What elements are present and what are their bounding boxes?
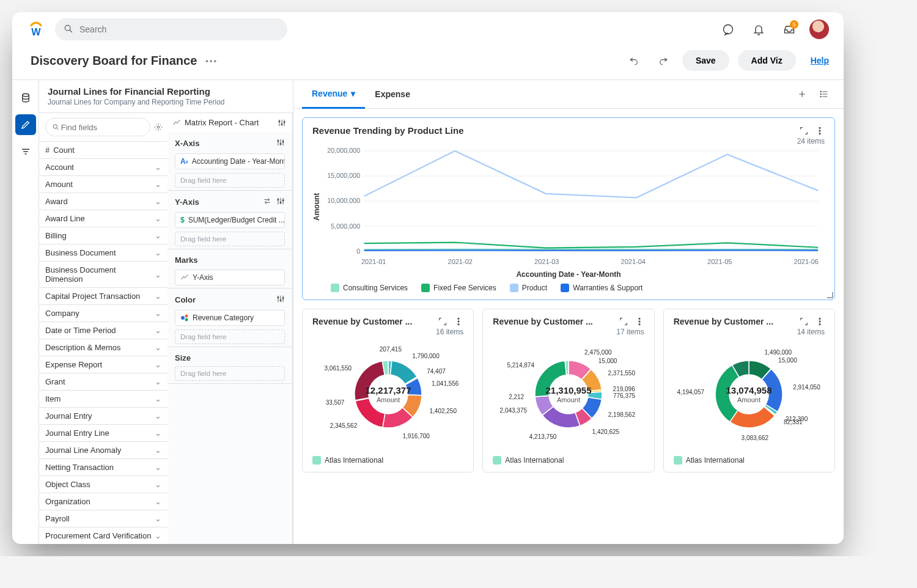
yaxis-chip[interactable]: $SUM(Ledger/Budget Credit ... — [175, 212, 285, 228]
legend-item[interactable]: Atlas International — [674, 456, 825, 465]
viz-settings-icon[interactable] — [278, 119, 286, 127]
list-icon[interactable] — [813, 89, 835, 99]
search-input[interactable] — [78, 24, 279, 35]
legend-item[interactable]: Consulting Services — [331, 284, 408, 292]
expand-icon[interactable] — [619, 317, 628, 326]
card-revenue-trending[interactable]: Revenue Trending by Product Line 24 item… — [302, 117, 835, 300]
donut-chart: 2,475,00015,0002,371,550219,096776,3752,… — [493, 336, 644, 452]
yaxis-drop[interactable]: Drag field here — [175, 232, 285, 246]
field-item[interactable]: Account⌄ — [39, 159, 168, 176]
expand-icon[interactable] — [799, 317, 809, 326]
help-link[interactable]: Help — [811, 56, 829, 65]
field-item[interactable]: Award⌄ — [39, 193, 168, 210]
field-item[interactable]: Award Line⌄ — [39, 210, 168, 227]
inbox-icon[interactable]: 5 — [779, 19, 800, 40]
more-icon[interactable]: ••• — [205, 56, 218, 65]
chevron-down-icon: ⌄ — [155, 377, 161, 386]
svg-text:15,000,000: 15,000,000 — [327, 172, 360, 179]
field-item[interactable]: Procurement Card Verification⌄ — [39, 527, 168, 544]
xaxis-settings-icon[interactable] — [276, 138, 285, 149]
legend-item[interactable]: Atlas International — [312, 456, 463, 465]
yaxis-swap-icon[interactable] — [263, 197, 271, 207]
xaxis-chip[interactable]: AzAccounting Date - Year-Month — [175, 153, 285, 169]
card-menu-icon[interactable] — [635, 317, 644, 326]
field-item[interactable]: Description & Memos⌄ — [39, 339, 168, 356]
avatar[interactable] — [809, 20, 829, 39]
svg-point-22 — [282, 141, 284, 142]
expand-icon[interactable] — [799, 126, 809, 136]
field-item[interactable]: Journal Entry Line⌄ — [39, 425, 168, 442]
svg-text:1,790,000: 1,790,000 — [412, 353, 440, 359]
field-label: Award Line — [45, 214, 85, 223]
size-drop[interactable]: Drag field here — [175, 366, 285, 381]
svg-point-8 — [53, 125, 57, 128]
find-fields[interactable] — [45, 118, 150, 136]
svg-text:82,331: 82,331 — [784, 419, 803, 425]
yaxis-settings-icon[interactable] — [276, 197, 285, 207]
datasource-title: Journal Lines for Financial Reporting — [48, 86, 284, 97]
marks-chip[interactable]: Y-Axis — [175, 270, 285, 285]
field-item[interactable]: Business Document⌄ — [39, 244, 168, 262]
svg-text:Amount: Amount — [377, 396, 400, 403]
expand-icon[interactable] — [438, 317, 447, 326]
redo-icon[interactable] — [653, 50, 674, 71]
field-item[interactable]: Capital Project Transaction⌄ — [39, 288, 168, 305]
svg-point-45 — [820, 96, 821, 97]
find-fields-input[interactable] — [60, 122, 144, 133]
fields-settings-icon[interactable] — [154, 123, 163, 131]
field-item[interactable]: Amount⌄ — [39, 176, 168, 193]
undo-icon[interactable] — [624, 50, 644, 71]
save-button[interactable]: Save — [682, 50, 729, 71]
tab-revenue[interactable]: Revenue ▾ — [302, 80, 365, 109]
svg-text:74,407: 74,407 — [427, 368, 446, 375]
field-item[interactable]: Item⌄ — [39, 391, 168, 408]
inbox-badge: 5 — [790, 20, 798, 29]
viz-type-selector[interactable]: Matrix Report - Chart — [172, 118, 259, 127]
svg-text:21,310,955: 21,310,955 — [545, 385, 591, 395]
card-menu-icon[interactable] — [815, 317, 825, 326]
field-item[interactable]: Netting Transaction⌄ — [39, 459, 168, 476]
card-revenue-by-customer[interactable]: Revenue by Customer ...14 items1,490,000… — [663, 309, 835, 472]
legend-item[interactable]: Fixed Fee Services — [421, 284, 496, 292]
svg-point-20 — [278, 141, 279, 142]
card-revenue-by-customer[interactable]: Revenue by Customer ...16 items207,4151,… — [302, 309, 474, 472]
global-search[interactable] — [55, 18, 287, 40]
add-viz-button[interactable]: Add Viz — [738, 50, 796, 71]
notifications-icon[interactable] — [748, 19, 769, 40]
color-settings-icon[interactable] — [276, 295, 285, 305]
rail-filter-icon[interactable] — [15, 141, 36, 162]
color-drop[interactable]: Drag field here — [175, 329, 285, 344]
field-item[interactable]: Organization⌄ — [39, 493, 168, 510]
rail-data-icon[interactable] — [15, 87, 36, 108]
svg-point-43 — [820, 91, 821, 92]
chevron-down-icon: ⌄ — [155, 463, 161, 472]
add-tab-icon[interactable] — [791, 89, 813, 99]
card-menu-icon[interactable] — [815, 126, 825, 136]
field-item[interactable]: Journal Line Anomaly⌄ — [39, 442, 168, 459]
field-item[interactable]: Grant⌄ — [39, 373, 168, 391]
card-revenue-by-customer[interactable]: Revenue by Customer ...17 items2,475,000… — [482, 309, 654, 472]
field-item[interactable]: Billing⌄ — [39, 227, 168, 244]
field-count[interactable]: # Count — [39, 142, 168, 159]
field-item[interactable]: Journal Entry⌄ — [39, 408, 168, 425]
field-item[interactable]: Object Class⌄ — [39, 476, 168, 493]
color-chip[interactable]: Revenue Category — [175, 310, 285, 326]
field-item[interactable]: Expense Report⌄ — [39, 356, 168, 373]
card-menu-icon[interactable] — [454, 317, 463, 326]
svg-text:4,194,057: 4,194,057 — [677, 389, 705, 395]
rail-edit-icon[interactable] — [15, 114, 36, 135]
legend-item[interactable]: Product — [510, 284, 547, 292]
legend-item[interactable]: Warranties & Support — [561, 284, 643, 292]
field-item[interactable]: Date or Time Period⌄ — [39, 322, 168, 339]
svg-point-74 — [639, 321, 640, 322]
field-item[interactable]: Company⌄ — [39, 305, 168, 322]
workday-logo: W — [27, 20, 45, 39]
legend-item[interactable]: Atlas International — [493, 456, 644, 465]
field-item[interactable]: Business Document Dimension⌄ — [39, 262, 168, 288]
field-item[interactable]: Payroll⌄ — [39, 510, 168, 527]
xaxis-drop[interactable]: Drag field here — [175, 173, 285, 188]
chat-icon[interactable] — [718, 19, 738, 40]
tab-expense[interactable]: Expense — [365, 81, 420, 108]
resize-handle[interactable] — [827, 292, 833, 298]
tab-label: Revenue — [312, 89, 347, 98]
